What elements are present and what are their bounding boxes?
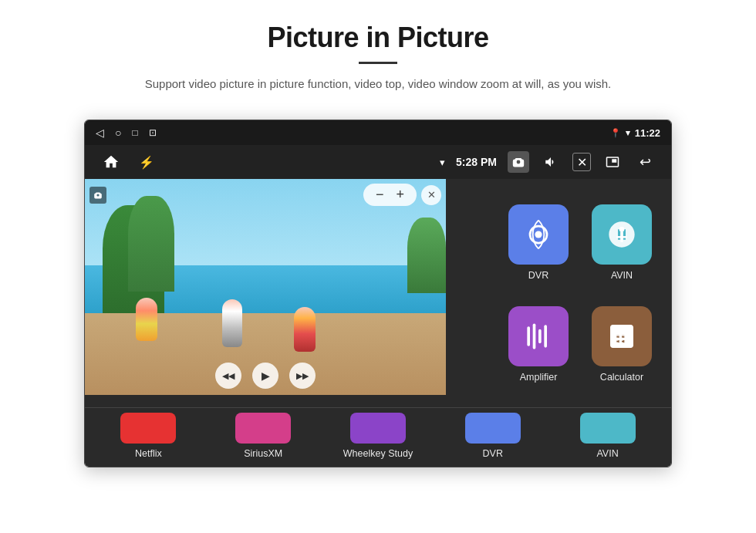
app-item-amplifier[interactable]: Amplifier <box>500 306 577 383</box>
svg-point-2 <box>619 227 625 232</box>
siriusxm-label: SiriusXM <box>244 448 282 459</box>
app-grid: DVR AVIN <box>424 179 671 407</box>
svg-rect-7 <box>538 329 542 342</box>
app-item-dvr[interactable]: DVR <box>500 204 577 281</box>
avin-icon-bar <box>580 413 636 444</box>
wheelkey-icon-bar <box>350 413 406 444</box>
status-bar-left: ◁ ○ □ ⊡ <box>96 127 157 139</box>
amplifier-app-label: Amplifier <box>520 372 558 383</box>
page-subtitle: Support video picture in picture functio… <box>89 75 667 93</box>
wifi-status-icon: ▾ <box>626 128 630 138</box>
location-icon: 📍 <box>610 128 621 138</box>
camera-icon[interactable] <box>508 151 529 173</box>
cast-icon[interactable]: ⊡ <box>149 127 157 138</box>
app-item-siriusxm[interactable]: SiriusXM <box>224 413 302 459</box>
back-nav-icon[interactable]: ↩ <box>634 151 656 173</box>
pip-resize-controls: − + <box>363 184 417 206</box>
app-item-netflix[interactable]: Netflix <box>110 413 187 459</box>
close-nav-icon[interactable]: ✕ <box>572 153 591 171</box>
home-icon[interactable]: ○ <box>115 127 121 139</box>
page-title: Picture in Picture <box>46 22 710 54</box>
svg-rect-13 <box>616 342 619 345</box>
svg-point-1 <box>535 231 542 238</box>
dvr-app-icon <box>508 204 569 265</box>
pip-minus-btn[interactable]: − <box>373 187 387 203</box>
svg-rect-9 <box>616 332 629 336</box>
calculator-app-label: Calculator <box>600 372 643 383</box>
svg-rect-11 <box>620 337 623 340</box>
app-area: − + ✕ ◀◀ ▶ ▶▶ <box>85 179 671 407</box>
nav-wifi-icon: ▾ <box>440 157 445 168</box>
siriusxm-icon-bar <box>235 413 291 444</box>
app-item-calculator[interactable]: Calculator <box>583 306 660 383</box>
netflix-icon-bar <box>120 413 176 444</box>
bottom-app-bar: Netflix SiriusXM Wheelkey Study DVR AVIN <box>85 407 671 467</box>
pip-next-btn[interactable]: ▶▶ <box>289 363 316 389</box>
svg-rect-14 <box>620 342 623 345</box>
recents-icon[interactable]: □ <box>132 127 137 138</box>
calculator-app-icon <box>592 306 652 366</box>
avin-app-label: AVIN <box>611 270 633 281</box>
back-icon[interactable]: ◁ <box>96 127 104 139</box>
wheelkey-label: Wheelkey Study <box>343 448 413 459</box>
device-frame: ◁ ○ □ ⊡ 📍 ▾ 11:22 ⚡ ▾ 5:28 PM <box>84 120 672 467</box>
svg-rect-6 <box>533 323 536 349</box>
nav-time: 5:28 PM <box>456 156 497 168</box>
nav-bar: ⚡ ▾ 5:28 PM ✕ ↩ <box>85 145 671 179</box>
status-bar: ◁ ○ □ ⊡ 📍 ▾ 11:22 <box>85 120 671 145</box>
svg-rect-5 <box>527 326 530 346</box>
nav-bar-right: ▾ 5:28 PM ✕ ↩ <box>440 151 656 173</box>
home-nav-icon[interactable] <box>100 151 122 173</box>
app-item-wheelkey[interactable]: Wheelkey Study <box>339 413 417 459</box>
title-divider <box>359 62 397 64</box>
pip-video[interactable]: − + ✕ ◀◀ ▶ ▶▶ <box>85 179 446 395</box>
page-header: Picture in Picture Support video picture… <box>0 0 756 106</box>
pip-controls-bottom: ◀◀ ▶ ▶▶ <box>85 363 446 389</box>
pip-cam-control-icon[interactable] <box>89 187 106 204</box>
dvr-app-label: DVR <box>528 270 548 281</box>
svg-rect-10 <box>616 337 619 340</box>
pip-top-right: − + ✕ <box>363 184 441 206</box>
pip-close-btn[interactable]: ✕ <box>421 185 441 205</box>
avin-app-icon <box>592 204 652 265</box>
pip-nav-icon[interactable] <box>602 151 623 173</box>
app-item-avin[interactable]: AVIN <box>583 204 660 281</box>
app-row-2: Amplifier <box>435 306 660 383</box>
dvr-label-bar: DVR <box>483 448 503 459</box>
svg-rect-12 <box>625 337 628 340</box>
usb-icon: ⚡ <box>136 151 157 173</box>
status-bar-right: 📍 ▾ 11:22 <box>610 127 660 139</box>
amplifier-app-icon <box>508 306 569 366</box>
app-item-avin-bar[interactable]: AVIN <box>569 413 646 459</box>
app-row-1: DVR AVIN <box>435 204 660 281</box>
pip-prev-btn[interactable]: ◀◀ <box>215 363 241 389</box>
dvr-icon-bar <box>465 413 521 444</box>
app-item-dvr-bar[interactable]: DVR <box>454 413 532 459</box>
pip-play-btn[interactable]: ▶ <box>252 363 278 389</box>
nav-bar-left: ⚡ <box>100 151 157 173</box>
pip-plus-btn[interactable]: + <box>393 187 407 203</box>
avin-label-bar: AVIN <box>596 448 618 459</box>
netflix-label: Netflix <box>135 448 162 459</box>
svg-rect-8 <box>544 325 547 347</box>
svg-rect-15 <box>625 342 628 345</box>
status-time: 11:22 <box>635 127 660 139</box>
volume-icon[interactable] <box>540 151 562 173</box>
